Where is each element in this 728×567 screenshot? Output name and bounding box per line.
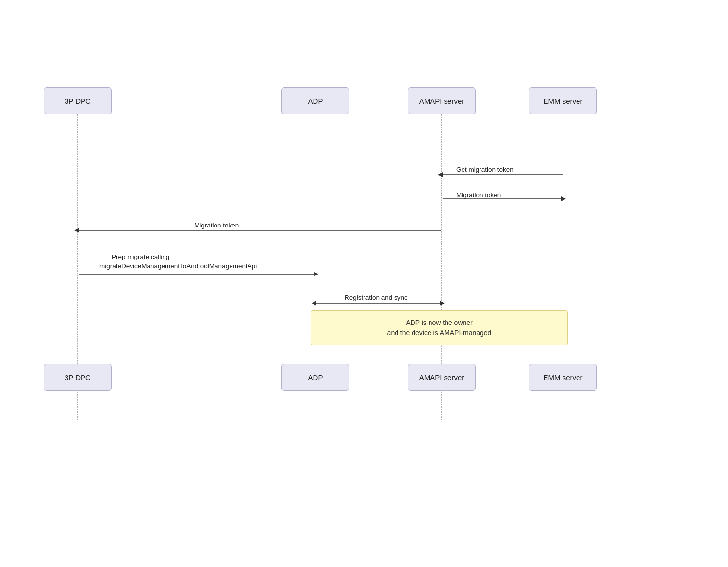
msg5-label: Registration and sync <box>345 294 408 301</box>
arrow-head-msg4 <box>314 272 318 276</box>
arrow-head-msg5-right <box>440 301 445 306</box>
msg3-label: Migration token <box>194 222 239 229</box>
actor-3p-dpc-bottom: 3P DPC <box>44 364 112 391</box>
actor-amapi-bottom: AMAPI server <box>408 364 476 391</box>
msg2-label: Migration token <box>456 192 501 199</box>
highlight-line1: ADP is now the owner <box>406 318 472 328</box>
arrows-svg <box>15 87 713 475</box>
arrow-head-msg5-left <box>312 301 316 306</box>
actor-adp-bottom: ADP <box>281 364 349 391</box>
msg4-label2: migrateDeviceManagementToAndroidManageme… <box>99 262 257 270</box>
arrow-head-msg2 <box>561 196 566 201</box>
arrow-head-msg1 <box>438 172 443 177</box>
highlight-line2: and the device is AMAPI-managed <box>387 328 492 338</box>
msg4-label1: Prep migrate calling <box>112 253 169 260</box>
msg1-label: Get migration token <box>456 166 513 173</box>
highlight-box: ADP is now the owner and the device is A… <box>311 310 568 345</box>
sequence-diagram: 3P DPC ADP AMAPI server EMM server G <box>15 87 713 475</box>
actor-emm-bottom: EMM server <box>529 364 597 391</box>
arrow-head-msg3 <box>74 228 79 233</box>
